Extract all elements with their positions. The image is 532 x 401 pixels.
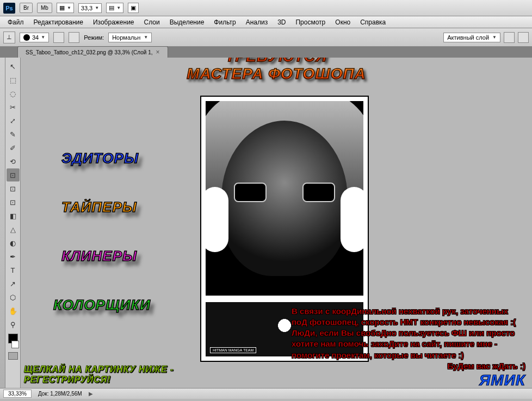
eraser-tool[interactable]: ⊡ bbox=[7, 196, 20, 209]
ps-logo: Ps bbox=[3, 3, 15, 14]
path-select-tool[interactable]: ↗ bbox=[7, 277, 20, 290]
gradient-tool[interactable]: ◧ bbox=[7, 209, 20, 222]
menu-view[interactable]: Просмотр bbox=[291, 17, 330, 27]
menu-file[interactable]: Файл bbox=[3, 17, 28, 27]
menu-bar: Файл Редактирование Изображение Слои Выд… bbox=[0, 16, 532, 28]
headline-line1: В КОМАНДУ СРОЧНО ТРЕБУЮТСЯ bbox=[149, 58, 404, 65]
menu-window[interactable]: Окно bbox=[331, 17, 355, 27]
sample-value: Активный слой bbox=[447, 34, 489, 41]
menu-select[interactable]: Выделение bbox=[165, 17, 209, 27]
magic-wand-tool[interactable]: ✂ bbox=[7, 101, 20, 114]
mode-label: Режим: bbox=[84, 34, 104, 41]
click-hint-l1: ЩЕЛКАЙ НА КАРТИНКУ НИЖЕ - bbox=[24, 364, 174, 374]
ignore-adjustment-button[interactable] bbox=[504, 32, 515, 43]
headline-line2: МАСТЕРА ФОТОШОПА bbox=[149, 65, 404, 83]
tablet-pressure-button[interactable] bbox=[518, 32, 529, 43]
dodge-tool[interactable]: ◐ bbox=[7, 236, 20, 249]
recruitment-body: В связи с коорДинальной нехваткой рук, з… bbox=[292, 306, 525, 372]
toolbox: ↖ ⬚ ◌ ✂ ⤢ ✎ ✐ ⟲ ⊡ ⊡ ⊡ ◧ △ ◐ ✒ T ↗ ⬡ ✋ ⚲ bbox=[5, 58, 21, 388]
eyedropper-tool[interactable]: ✎ bbox=[7, 128, 20, 141]
minibridge-button[interactable]: Mb bbox=[37, 3, 52, 13]
click-hint-l2: РЕГЕСТРИРУЙСЯ! bbox=[24, 374, 174, 385]
brush-panel-button[interactable] bbox=[53, 32, 64, 43]
document-tab-title: SS_Taboo_Tattoo_ch12_032.png @ 33,3% (Сл… bbox=[26, 49, 153, 55]
bridge-button[interactable]: Br bbox=[20, 3, 33, 13]
app-bar: Ps Br Mb ▦▼ 33,3▼ ▤▼ ▣ bbox=[0, 0, 532, 16]
blend-mode-select[interactable]: Нормальн ▼ bbox=[108, 33, 152, 42]
menu-help[interactable]: Справка bbox=[356, 17, 390, 27]
chevron-down-icon: ▼ bbox=[116, 5, 121, 10]
document-tab-bar: SS_Taboo_Tattoo_ch12_032.png @ 33,3% (Сл… bbox=[0, 47, 532, 58]
chevron-down-icon: ▼ bbox=[67, 5, 71, 10]
brush-settings-button[interactable] bbox=[69, 32, 79, 43]
team-label: HITMAN MANGA TEAM bbox=[210, 347, 256, 353]
sample-select[interactable]: Активный слой ▼ bbox=[443, 33, 500, 42]
role-typers: ТАЙПЕРЫ bbox=[61, 199, 137, 216]
status-bar: 33,33% Док: 1,28M/2,56M ▶ bbox=[0, 388, 532, 399]
zoom-dropdown[interactable]: 33,3▼ bbox=[78, 3, 102, 13]
zoom-value: 33,3 bbox=[81, 5, 92, 11]
click-hint: ЩЕЛКАЙ НА КАРТИНКУ НИЖЕ - РЕГЕСТРИРУЙСЯ! bbox=[24, 364, 174, 385]
document-tab[interactable]: SS_Taboo_Tattoo_ch12_032.png @ 33,3% (Сл… bbox=[17, 46, 168, 58]
body-text: В связи с коорДинальной нехваткой рук, з… bbox=[292, 306, 525, 361]
tool-preset-icon[interactable]: ⊥ bbox=[3, 32, 15, 43]
screen-mode-dropdown[interactable]: ▦▼ bbox=[57, 3, 74, 13]
close-icon[interactable]: × bbox=[156, 48, 160, 56]
lasso-tool[interactable]: ◌ bbox=[7, 87, 20, 100]
hand-tool[interactable]: ✋ bbox=[7, 304, 20, 317]
marquee-tool[interactable]: ⬚ bbox=[7, 73, 20, 86]
status-arrow-icon[interactable]: ▶ bbox=[89, 391, 93, 397]
crop-tool[interactable]: ⤢ bbox=[7, 114, 20, 127]
canvas[interactable]: В КОМАНДУ СРОЧНО ТРЕБУЮТСЯ МАСТЕРА ФОТОШ… bbox=[21, 58, 532, 388]
move-tool[interactable]: ↖ bbox=[7, 60, 20, 73]
menu-filter[interactable]: Фильтр bbox=[209, 17, 240, 27]
body-signature: БуДем вас жДать :) bbox=[292, 361, 525, 372]
brush-size: 34 bbox=[32, 34, 39, 41]
pen-tool[interactable]: ✒ bbox=[7, 250, 20, 263]
brush-dot-icon bbox=[23, 34, 30, 41]
menu-edit[interactable]: Редактирование bbox=[29, 17, 88, 27]
status-doc-info: Док: 1,28M/2,56M bbox=[38, 391, 82, 397]
chevron-down-icon: ▼ bbox=[144, 35, 148, 40]
menu-image[interactable]: Изображение bbox=[89, 17, 139, 27]
menu-layers[interactable]: Слои bbox=[140, 17, 164, 27]
role-cleaners: КЛИНЕРЫ bbox=[61, 248, 137, 265]
chevron-down-icon: ▼ bbox=[95, 5, 99, 10]
stamp-tool[interactable]: ⊡ bbox=[7, 168, 20, 181]
left-rail bbox=[0, 58, 5, 388]
options-bar: ⊥ 34 ▼ Режим: Нормальн ▼ Активный слой ▼ bbox=[0, 28, 532, 47]
recruitment-headline: В КОМАНДУ СРОЧНО ТРЕБУЮТСЯ МАСТЕРА ФОТОШ… bbox=[149, 58, 404, 83]
brush-preset[interactable]: 34 ▼ bbox=[20, 33, 49, 42]
healing-tool[interactable]: ✐ bbox=[7, 141, 20, 154]
role-colorists: КОЛОРЩИКИ bbox=[53, 297, 151, 314]
menu-analysis[interactable]: Анализ bbox=[242, 17, 273, 27]
background-color[interactable] bbox=[11, 341, 19, 348]
shape-tool[interactable]: ⬡ bbox=[7, 291, 20, 304]
type-tool[interactable]: T bbox=[7, 264, 20, 277]
quickmask-button[interactable] bbox=[8, 352, 18, 360]
main-area: ↖ ⬚ ◌ ✂ ⤢ ✎ ✐ ⟲ ⊡ ⊡ ⊡ ◧ △ ◐ ✒ T ↗ ⬡ ✋ ⚲ … bbox=[0, 58, 532, 388]
chevron-down-icon: ▼ bbox=[492, 35, 497, 40]
menu-3d[interactable]: 3D bbox=[273, 17, 290, 27]
chevron-down-icon: ▼ bbox=[41, 35, 45, 40]
manga-art bbox=[206, 101, 363, 296]
zoom-tool[interactable]: ⚲ bbox=[7, 318, 20, 331]
author-signature: ЯМИК bbox=[479, 372, 525, 388]
arrange-dropdown[interactable]: ▤▼ bbox=[106, 3, 123, 13]
status-zoom[interactable]: 33,33% bbox=[3, 390, 32, 398]
blend-mode-value: Нормальн bbox=[112, 34, 140, 41]
extras-dropdown[interactable]: ▣ bbox=[128, 3, 139, 13]
brush-tool[interactable]: ⟲ bbox=[7, 155, 20, 168]
history-brush-tool[interactable]: ⊡ bbox=[7, 182, 20, 195]
role-editors: ЭДИТОРЫ bbox=[61, 150, 139, 167]
blur-tool[interactable]: △ bbox=[7, 223, 20, 236]
